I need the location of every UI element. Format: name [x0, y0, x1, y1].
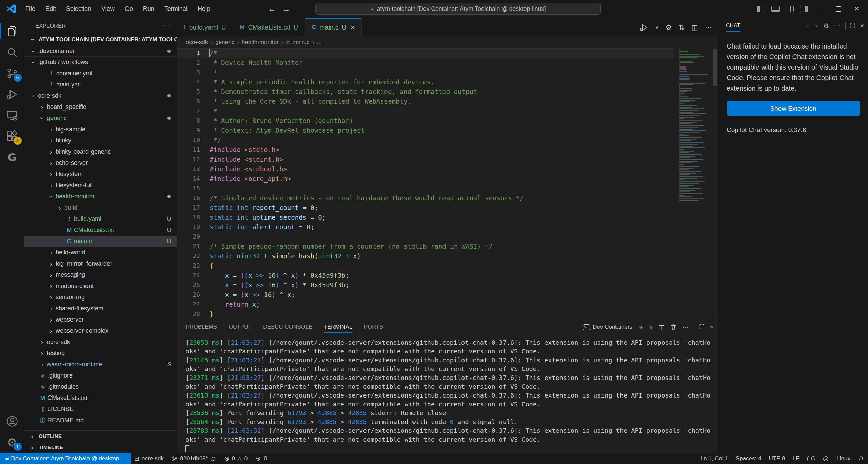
eol[interactable]: LF [789, 453, 803, 464]
section-outline[interactable]: ›OUTLINE [24, 430, 177, 442]
minimap[interactable] [679, 49, 711, 201]
breadcrumb-item[interactable]: ... [317, 39, 322, 46]
breadcrumb-item[interactable]: ocre-sdk [186, 39, 208, 46]
menu-go[interactable]: Go [120, 4, 137, 14]
tree-item-modbus-client[interactable]: ›modbus-client [24, 281, 177, 292]
tab-cmakelists-txt[interactable]: MCMakeLists.txtU [233, 18, 305, 37]
tree-item-sensor-rng[interactable]: ›sensor-rng [24, 292, 177, 303]
tree-item-board-specific[interactable]: ›board_specific [24, 101, 177, 113]
maximize-button[interactable] [831, 2, 846, 16]
tree-item-license[interactable]: ⚷LICENSE [24, 404, 177, 415]
tree-item-wasm-micro-runtime[interactable]: ›wasm-micro-runtimeS [24, 359, 177, 370]
workspace-root-header[interactable]: › ATYM-TOOLCHAIN [DEV CONTAINER: ATYM TO… [24, 34, 177, 45]
nav-forward-icon[interactable]: → [282, 4, 290, 14]
menu-edit[interactable]: Edit [41, 4, 60, 14]
settings-gear-icon[interactable]: ⚙ [666, 23, 672, 32]
terminal-dropdown-chevron-icon[interactable]: ∨ [650, 325, 653, 330]
notifications[interactable] [854, 453, 868, 464]
toggle-sidebar-icon[interactable] [757, 6, 765, 12]
chat-settings-gear-icon[interactable]: ⚙ [823, 22, 829, 30]
panel-tab-problems[interactable]: PROBLEMS [186, 319, 217, 335]
tree-item-generic[interactable]: ›generic [24, 113, 177, 124]
tree-item-webserver-complex[interactable]: ›webserver-complex [24, 325, 177, 336]
tree-item--gitignore[interactable]: ◈.gitignore [24, 370, 177, 381]
breadcrumb-item[interactable]: health-monitor [242, 39, 279, 46]
chat-maximize-icon[interactable]: ⛶ [850, 22, 855, 30]
tree-item-filesystem[interactable]: ›filesystem [24, 169, 177, 180]
source-control-icon[interactable]: 5 [0, 63, 24, 84]
customize-layout-icon[interactable] [800, 6, 808, 12]
chat-dropdown-chevron-icon[interactable]: ∨ [815, 23, 818, 28]
tree-item-messaging[interactable]: ›messaging [24, 269, 177, 281]
run-dropdown-chevron-icon[interactable]: ∨ [655, 25, 658, 30]
tree-item-ocre-sdk[interactable]: ›ocre-sdk [24, 336, 177, 348]
indentation[interactable]: Spaces: 4 [732, 453, 765, 464]
tree-item-cmakelists-txt[interactable]: MCMakeLists.txtU [24, 225, 177, 236]
ports-indicator[interactable]: 0 [251, 453, 271, 464]
repo-indicator[interactable]: ⊟ ocre-sdk [131, 453, 167, 464]
tree-item-build-yaml[interactable]: !build.yamlU [24, 213, 177, 225]
kill-terminal-icon[interactable] [670, 324, 677, 330]
section-timeline[interactable]: ›TIMELINE [24, 442, 177, 453]
cursor-position[interactable]: Ln 1, Col 1 [697, 453, 732, 464]
tree-item-blinky-board-generic[interactable]: ›blinky-board-generic [24, 146, 177, 157]
new-chat-icon[interactable]: ＋ [804, 21, 810, 31]
menu-view[interactable]: View [97, 4, 119, 14]
accounts-icon[interactable] [0, 411, 24, 432]
tree-item-log-mirror-forwarder[interactable]: ›log_mirror_forwarder [24, 258, 177, 269]
menu-selection[interactable]: Selection [62, 4, 96, 14]
toggle-panel-icon[interactable] [771, 6, 780, 12]
editor-scrollbar[interactable] [713, 47, 718, 319]
split-editor-icon[interactable]: ◫ [691, 23, 698, 32]
search-icon[interactable] [0, 42, 24, 63]
explorer-more-icon[interactable]: ··· [162, 21, 171, 30]
command-center-search[interactable]: ⌕ atym-toolchain [Dev Container: Atym To… [315, 3, 601, 15]
remote-indicator[interactable]: >< Dev Container: Atym Toolchain @ deskt… [0, 453, 131, 464]
manage-gear-icon[interactable]: ⚙ 1 [0, 432, 24, 453]
encoding[interactable]: UTF-8 [765, 453, 789, 464]
menu-help[interactable]: Help [193, 4, 215, 14]
remote-explorer-icon[interactable] [0, 105, 24, 126]
tree-item-hello-world[interactable]: ›hello-world [24, 247, 177, 258]
tree-item-main-c[interactable]: Cmain.cU [24, 236, 177, 247]
chat-more-icon[interactable]: ⋯ [834, 22, 841, 30]
close-button[interactable]: × [849, 2, 865, 16]
tree-item-testing[interactable]: ›testing [24, 348, 177, 359]
problems-indicator[interactable]: ⊗ 0 △ 0 [220, 453, 251, 464]
toggle-secondary-sidebar-icon[interactable] [786, 6, 794, 12]
menu-file[interactable]: File [21, 4, 40, 14]
minimize-button[interactable]: – [812, 2, 828, 16]
tree-item-container-yml[interactable]: !container.yml [24, 68, 177, 79]
copilot-status[interactable] [819, 453, 833, 464]
terminal-profile[interactable]: >_ Dev Containers [583, 324, 632, 330]
code-editor[interactable]: 1/*2 * Device Health Monitor3 *4 * A sim… [177, 47, 718, 319]
tab-main-c[interactable]: Cmain.cU× [305, 18, 362, 37]
panel-tab-terminal[interactable]: TERMINAL [324, 319, 352, 335]
git-branch-indicator[interactable]: 8201db68* [167, 453, 220, 464]
terminal-output[interactable]: [23053 ms] [21:03:27] [/home/gount/.vsco… [177, 335, 718, 453]
menu-run[interactable]: Run [139, 4, 159, 14]
run-debug-icon[interactable] [0, 84, 24, 105]
panel-tab-output[interactable]: OUTPUT [229, 319, 252, 335]
panel-more-icon[interactable]: ⋯ [682, 323, 689, 331]
os-indicator[interactable]: Linux [833, 453, 854, 464]
breadcrumb-item[interactable]: generic [215, 39, 234, 46]
tree-item-readme-md[interactable]: ⓘREADME.md [24, 415, 177, 426]
gitlens-icon[interactable]: G [0, 147, 24, 168]
chat-tab[interactable]: CHAT [726, 18, 740, 34]
tree-item-build[interactable]: ›build [24, 202, 177, 213]
new-terminal-icon[interactable]: ＋ [638, 323, 644, 331]
tree-item-filesystem-full[interactable]: ›filesystem-full [24, 180, 177, 191]
close-panel-icon[interactable]: × [710, 323, 713, 331]
run-debug-file-icon[interactable] [639, 23, 648, 32]
tree-item-webserver[interactable]: ›webserver [24, 314, 177, 325]
tree-item-blinky[interactable]: ›blinky [24, 135, 177, 146]
panel-tab-ports[interactable]: PORTS [364, 319, 383, 335]
chat-close-icon[interactable]: × [860, 22, 864, 30]
editor-more-icon[interactable]: ⋯ [705, 23, 712, 32]
maximize-panel-icon[interactable]: ⛶ [700, 323, 704, 331]
breadcrumb-item[interactable]: main.c [292, 39, 309, 46]
tree-item-cmakelists-txt[interactable]: MCMakeLists.txt [24, 392, 177, 404]
show-extension-button[interactable]: Show Extension [727, 101, 860, 116]
open-changes-icon[interactable]: ⇅ [679, 23, 685, 32]
